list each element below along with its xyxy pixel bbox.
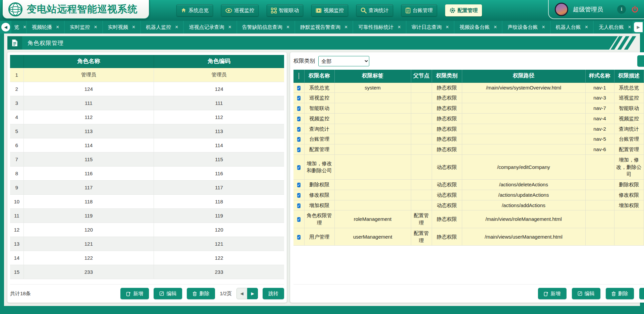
close-icon[interactable]: × [175, 24, 178, 30]
role-row[interactable]: 11119119 [10, 208, 284, 223]
row-checkbox[interactable]: ✓ [297, 86, 301, 90]
role-row[interactable]: 6114114 [10, 138, 284, 152]
permission-type-select[interactable]: 全部 [318, 56, 369, 66]
close-icon[interactable]: × [228, 24, 231, 30]
role-row[interactable]: 3111111 [10, 96, 284, 110]
close-icon[interactable]: × [56, 24, 59, 30]
role-row[interactable]: 7115115 [10, 152, 284, 166]
tab-视频轮播[interactable]: 视频轮播× [27, 21, 64, 34]
permission-row[interactable]: ✓查询统计静态权限nav-2查询统计5 [293, 124, 644, 134]
tab-机器人监控[interactable]: 机器人监控× [141, 21, 183, 34]
permission-delete-button[interactable]: 删除 [606, 288, 634, 299]
role-row[interactable]: 4112112 [10, 110, 284, 124]
close-icon[interactable]: × [344, 24, 347, 30]
permission-save-button[interactable]: 保存 [639, 288, 644, 299]
info-icon[interactable]: i [617, 5, 626, 14]
permission-row[interactable]: ✓修改权限动态权限/actions/updateActions修改权限10 [293, 190, 644, 200]
permission-row[interactable]: ✓巡视监控静态权限nav-3巡视监控2 [293, 93, 644, 103]
permission-row[interactable]: ✓删除权限动态权限/actions/deleteActions删除权限9 [293, 180, 644, 190]
nav-button-search[interactable]: 查询统计 [356, 4, 393, 16]
close-icon[interactable]: × [397, 24, 400, 30]
role-row[interactable]: 5113113 [10, 124, 284, 138]
tab-机器人台账[interactable]: 机器人台账× [551, 21, 593, 34]
row-checkbox[interactable]: ✓ [297, 117, 301, 121]
tab-审计日志查询[interactable]: 审计日志查询× [407, 21, 454, 34]
tabs-scroll-right-button[interactable]: ▶ [634, 22, 643, 32]
search-button[interactable]: 查询 [637, 55, 644, 67]
role-row[interactable]: 15233233 [10, 265, 284, 279]
close-icon[interactable]: × [494, 24, 497, 30]
permission-tag: roleManagement [334, 210, 411, 228]
avatar[interactable] [555, 3, 568, 16]
jump-page-button[interactable]: 跳转 [263, 288, 284, 299]
permission-row[interactable]: ✓角色权限管理roleManagement配置管理静态权限/main/views… [293, 210, 644, 228]
tabs-scroll-left-button[interactable]: ◀ [1, 23, 10, 32]
role-row[interactable]: 13121121 [10, 237, 284, 251]
close-icon[interactable]: × [446, 24, 449, 30]
row-checkbox[interactable]: ✓ [297, 127, 301, 132]
row-checkbox[interactable]: ✓ [297, 193, 301, 198]
row-checkbox[interactable]: ✓ [297, 165, 301, 170]
prev-page-button[interactable]: ◀ [236, 288, 247, 299]
close-icon[interactable]: × [542, 24, 545, 30]
permission-row[interactable]: ✓增加，修改和删除公司动态权限/company/editCompany增加，修改… [293, 154, 644, 179]
permission-add-button[interactable]: 新增 [538, 288, 567, 299]
permission-row[interactable]: ✓台账管理静态权限nav-5台账管理6 [293, 134, 644, 144]
nav-button-clipboard[interactable]: 台账管理 [401, 4, 437, 16]
close-icon[interactable]: × [628, 24, 631, 30]
permission-row[interactable]: ✓视频监控静态权限nav-4视频监控4 [293, 113, 644, 124]
close-icon[interactable]: × [132, 24, 135, 30]
permission-path: /main/views/systemOverview.html [462, 82, 585, 93]
tab-无人机台账[interactable]: 无人机台账× [594, 21, 633, 34]
role-row[interactable]: 12120120 [10, 223, 284, 237]
tab-览[interactable]: 览× [11, 21, 26, 34]
nav-button-home[interactable]: 系统总览 [176, 4, 213, 16]
tab-静默监视告警查询[interactable]: 静默监视告警查询× [295, 21, 353, 34]
tab-label: 声纹设备台账 [507, 24, 538, 30]
role-edit-button[interactable]: 编辑 [154, 288, 182, 299]
close-icon[interactable]: × [286, 24, 289, 30]
close-icon[interactable]: × [23, 24, 26, 30]
row-checkbox[interactable]: ✓ [297, 96, 301, 101]
row-checkbox[interactable]: ✓ [297, 235, 301, 240]
permission-name: 配置管理 [304, 144, 334, 155]
nav-button-eye[interactable]: 巡视监控 [221, 4, 259, 16]
row-checkbox[interactable]: ✓ [297, 203, 301, 208]
role-delete-button[interactable]: 删除 [187, 288, 215, 299]
nav-button-link[interactable]: 智能联动 [267, 4, 303, 16]
permission-row[interactable]: ✓配置管理静态权限nav-6配置管理7 [293, 144, 644, 155]
tab-声纹设备台账[interactable]: 声纹设备台账× [502, 21, 550, 34]
permission-edit-button[interactable]: 编辑 [572, 288, 600, 299]
row-checkbox[interactable]: ✓ [297, 183, 301, 187]
tab-实时视频[interactable]: 实时视频× [103, 21, 140, 34]
app-root: 变电站远程智能巡视系统 系统总览巡视监控智能联动视频监控查询统计台账管理配置管理… [0, 0, 644, 314]
role-row[interactable]: 2124124 [10, 82, 284, 96]
close-icon[interactable]: × [585, 24, 588, 30]
permission-row[interactable]: ✓系统总览system静态权限/main/views/systemOvervie… [293, 82, 644, 93]
tab-实时监控[interactable]: 实时监控× [65, 21, 102, 34]
row-checkbox[interactable]: ✓ [297, 137, 301, 142]
role-row[interactable]: 9117117 [10, 180, 284, 194]
role-row[interactable]: 14122122 [10, 251, 284, 265]
tab-告警缺陷信息查询[interactable]: 告警缺陷信息查询× [237, 21, 294, 34]
tab-巡视点记录查询[interactable]: 巡视点记录查询× [184, 21, 236, 34]
row-checkbox[interactable]: ✓ [297, 217, 301, 222]
role-row[interactable]: 8116116 [10, 166, 284, 180]
row-checkbox[interactable]: ✓ [297, 106, 301, 111]
nav-button-film[interactable]: 视频监控 [311, 4, 348, 16]
next-page-button[interactable]: ▶ [247, 288, 258, 299]
tab-可靠性指标统计[interactable]: 可靠性指标统计× [353, 21, 406, 34]
row-checkbox[interactable]: ✓ [297, 147, 301, 152]
tab-视频设备台账[interactable]: 视频设备台账× [454, 21, 502, 34]
close-icon[interactable]: × [94, 24, 97, 30]
logout-icon[interactable] [631, 5, 639, 14]
role-name: 119 [23, 208, 154, 223]
select-all-checkbox[interactable] [299, 73, 299, 79]
role-add-button[interactable]: 新增 [120, 288, 149, 299]
nav-button-gear[interactable]: 配置管理 [445, 4, 482, 16]
permission-row[interactable]: ✓增加权限动态权限/actions/addActions增加权限11 [293, 200, 644, 210]
permission-row[interactable]: ✓智能联动静态权限nav-7智能联动3 [293, 103, 644, 114]
role-row[interactable]: 1管理员管理员 [10, 68, 284, 82]
role-row[interactable]: 10118118 [10, 194, 284, 208]
permission-row[interactable]: ✓用户管理userManagement配置管理静态权限/main/views/u… [293, 228, 644, 246]
